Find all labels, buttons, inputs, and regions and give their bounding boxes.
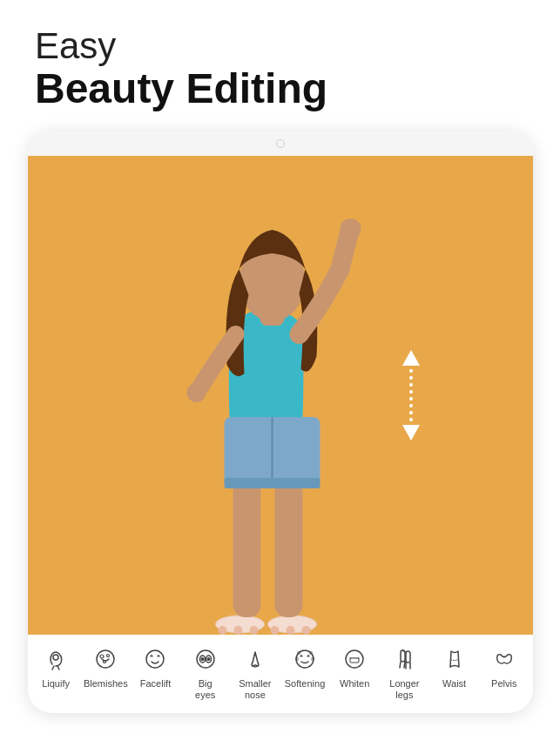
longer-legs-label: Longer legs (389, 678, 419, 701)
big-eyes-icon (190, 643, 221, 675)
tool-pelvis[interactable]: Pelvis (482, 643, 527, 690)
svg-point-5 (270, 626, 279, 635)
liquify-label: Liquify (42, 678, 70, 690)
photo-area (28, 156, 533, 635)
person-figure (170, 165, 370, 635)
header-line1: Easy (35, 26, 525, 66)
liquify-icon (40, 643, 71, 675)
svg-point-3 (233, 626, 242, 635)
facelift-label: Facelift (140, 678, 171, 690)
waist-icon (439, 643, 470, 675)
big-eyes-label: Big eyes (195, 678, 215, 701)
svg-point-16 (186, 383, 206, 402)
svg-rect-34 (350, 658, 359, 663)
svg-point-22 (146, 650, 164, 668)
longer-legs-icon (388, 643, 420, 675)
tablet-home-button (276, 139, 285, 148)
svg-rect-36 (406, 651, 410, 663)
pelvis-label: Pelvis (491, 678, 516, 690)
tool-smaller-nose[interactable]: Smaller nose (233, 643, 278, 701)
smaller-nose-label: Smaller nose (239, 678, 271, 701)
pelvis-icon (489, 643, 520, 675)
svg-point-20 (107, 654, 110, 656)
svg-point-15 (340, 219, 361, 239)
dotted-line (409, 366, 413, 425)
blemishes-icon (90, 643, 121, 675)
svg-point-26 (201, 658, 203, 660)
softening-label: Softening (285, 678, 325, 690)
longer-legs-indicator (402, 350, 420, 441)
tablet-frame: Liquify Blemishes (28, 131, 533, 713)
softening-icon (289, 643, 320, 675)
arrow-up-icon (402, 350, 420, 366)
svg-point-18 (97, 650, 114, 668)
smaller-nose-icon (240, 643, 271, 675)
header: Easy Beauty Editing (0, 0, 560, 121)
svg-point-32 (312, 657, 314, 660)
tablet-top-bar (28, 131, 533, 156)
arrow-down-icon (402, 425, 420, 441)
svg-point-31 (296, 657, 299, 660)
tool-facelift[interactable]: Facelift (132, 643, 178, 690)
tool-longer-legs[interactable]: Longer legs (381, 643, 427, 701)
tool-whiten[interactable]: Whiten (332, 643, 377, 690)
header-line2: Beauty Editing (35, 66, 525, 112)
svg-point-2 (218, 626, 226, 635)
tool-waist[interactable]: Waist (432, 643, 477, 690)
tool-softening[interactable]: Softening (282, 643, 327, 690)
svg-point-30 (310, 651, 313, 654)
tool-liquify[interactable]: Liquify (33, 643, 78, 690)
svg-point-29 (298, 651, 300, 654)
whiten-icon (339, 643, 370, 675)
facelift-icon (139, 643, 171, 675)
svg-point-27 (207, 658, 209, 660)
waist-label: Waist (442, 678, 466, 690)
tool-blemishes[interactable]: Blemishes (83, 643, 128, 690)
svg-rect-9 (274, 474, 302, 617)
svg-point-17 (53, 655, 58, 660)
blemishes-label: Blemishes (84, 678, 128, 690)
svg-rect-8 (233, 469, 260, 617)
tool-big-eyes[interactable]: Big eyes (183, 643, 228, 701)
svg-point-7 (301, 626, 310, 635)
toolbar: Liquify Blemishes (28, 635, 533, 713)
whiten-label: Whiten (340, 678, 369, 690)
svg-point-6 (286, 626, 294, 635)
svg-point-4 (249, 626, 258, 635)
svg-rect-12 (224, 478, 320, 488)
svg-point-19 (100, 655, 104, 658)
